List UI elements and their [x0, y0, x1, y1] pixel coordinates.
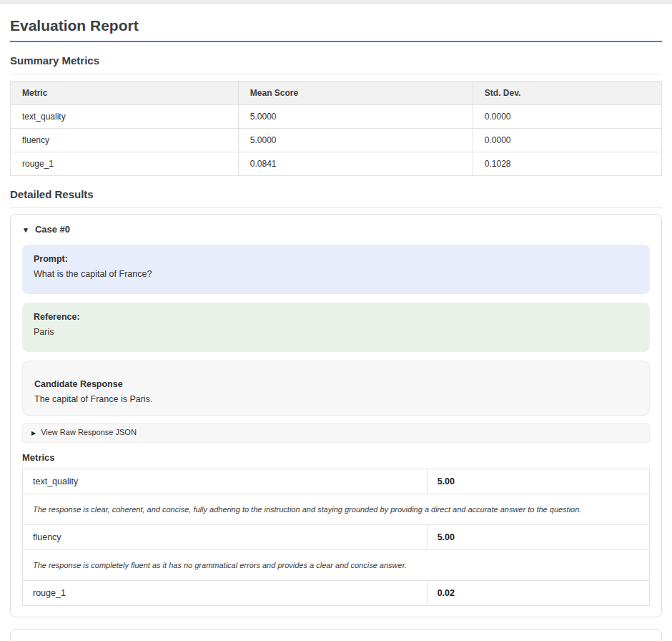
case-0-label: Case #0: [35, 224, 70, 235]
summary-cell-metric: text_quality: [11, 105, 239, 129]
metric-explanation-row: The response is completely fluent as it …: [23, 550, 650, 581]
summary-cell-std: 0.1028: [473, 152, 661, 176]
case-0-summary-toggle[interactable]: ▼Case #0: [22, 224, 650, 236]
summary-metrics-heading: Summary Metrics: [10, 54, 662, 74]
caret-right-icon: ▶: [31, 430, 36, 436]
metric-name: fluency: [23, 525, 428, 550]
summary-cell-mean: 5.0000: [238, 129, 473, 152]
summary-cell-metric: rouge_1: [11, 152, 239, 176]
table-row: text_quality 5.0000 0.0000: [11, 105, 662, 129]
reference-text: Paris: [34, 327, 54, 337]
metric-row: text_quality 5.00: [23, 469, 650, 494]
candidate-response-text: The capital of France is Paris.: [34, 394, 152, 404]
metric-explanation: The response is clear, coherent, and con…: [23, 494, 650, 525]
metric-name: rouge_1: [23, 581, 428, 606]
metrics-heading: Metrics: [22, 452, 650, 464]
caret-down-icon: ▼: [22, 226, 29, 234]
prompt-box: Prompt: What is the capital of France?: [22, 245, 650, 294]
summary-header-mean: Mean Score: [238, 82, 473, 105]
summary-cell-mean: 0.0841: [238, 152, 473, 176]
metric-value: 0.02: [427, 581, 649, 606]
raw-response-json-toggle[interactable]: ▶View Raw Response JSON: [23, 424, 649, 442]
candidate-response-box: Candidate Response The capital of France…: [22, 361, 650, 416]
summary-cell-std: 0.0000: [473, 129, 661, 152]
detailed-results-heading: Detailed Results: [10, 188, 662, 208]
prompt-text: What is the capital of France?: [34, 269, 152, 279]
metric-value: 5.00: [427, 525, 649, 550]
summary-header-metric: Metric: [11, 82, 239, 105]
summary-cell-metric: fluency: [11, 129, 239, 152]
summary-metrics-table: Metric Mean Score Std. Dev. text_quality…: [10, 81, 662, 176]
case-0-card: ▼Case #0 Prompt: What is the capital of …: [10, 214, 662, 617]
summary-header-std: Std. Dev.: [473, 82, 661, 105]
metric-row: fluency 5.00: [23, 525, 650, 550]
summary-table-header-row: Metric Mean Score Std. Dev.: [11, 82, 662, 105]
reference-box: Reference: Paris: [22, 303, 650, 352]
metric-value: 5.00: [427, 469, 649, 494]
metric-explanation-row: The response is clear, coherent, and con…: [23, 494, 650, 525]
report-container: Evaluation Report Summary Metrics Metric…: [0, 4, 672, 641]
table-row: rouge_1 0.0841 0.1028: [11, 152, 662, 176]
raw-response-json-details: ▶View Raw Response JSON: [22, 423, 650, 443]
metric-row: rouge_1 0.02: [23, 581, 650, 606]
case-1-card: ▶Case #1: [10, 629, 662, 641]
prompt-label: Prompt:: [34, 253, 638, 265]
candidate-response-label: Candidate Response: [34, 378, 638, 390]
summary-cell-std: 0.0000: [473, 105, 661, 129]
raw-response-json-label: View Raw Response JSON: [41, 428, 137, 436]
reference-label: Reference:: [34, 311, 638, 323]
case-0-metrics-table: text_quality 5.00 The response is clear,…: [22, 469, 650, 606]
page-title: Evaluation Report: [10, 17, 662, 34]
metric-name: text_quality: [23, 469, 428, 494]
title-accent-rule: [10, 41, 662, 42]
table-row: fluency 5.0000 0.0000: [11, 129, 662, 152]
summary-cell-mean: 5.0000: [238, 105, 473, 129]
metric-explanation: The response is completely fluent as it …: [23, 550, 650, 581]
